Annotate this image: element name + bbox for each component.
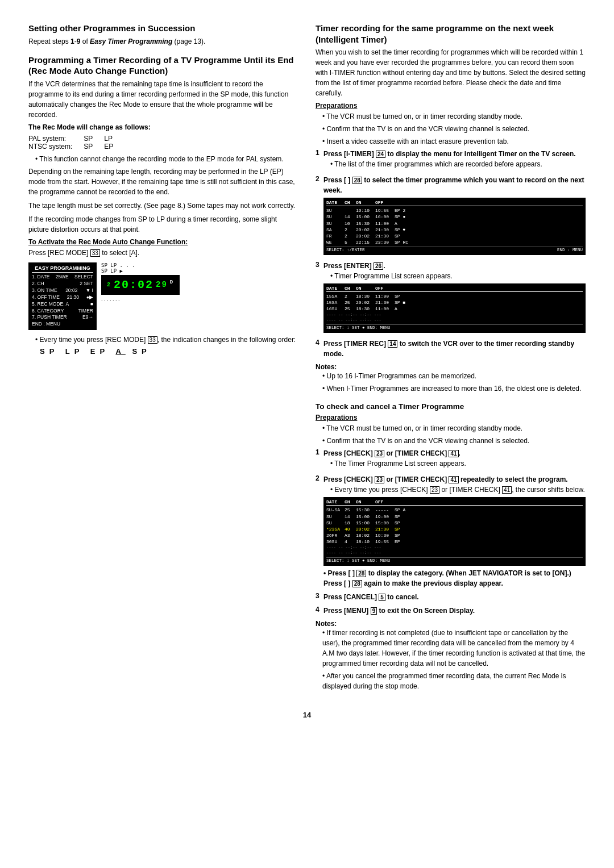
ep-row-1: 1. DATE25WESELECT (32, 274, 93, 281)
step-body-it-4: Press [TIMER REC] 14 to switch the VCR o… (323, 339, 586, 359)
heading-setting-succession: Setting other Programmes in Succession (28, 23, 298, 34)
pal-arrow: LP (104, 135, 125, 143)
step-cc-1-sub: The Timer Programme List screen appears. (330, 458, 586, 469)
tt-row-2-2: 15SA2520:0221:30SP ■ (326, 299, 583, 306)
step-it-1: 1 Press [I-TIMER] 24 to display the menu… (316, 149, 586, 172)
tt-header-2: DATECHONOFF (326, 285, 583, 292)
ntsc-col2: EP (104, 143, 125, 151)
step-it-4: 4 Press [TIMER REC] 14 to switch the VCR… (316, 339, 586, 359)
tt-row-3-5: 26FRA318:0219:30SP (326, 532, 583, 539)
notes-section-2: Notes: If timer recording is not complet… (316, 619, 586, 691)
step-body-it-1: Press [I-TIMER] 24 to display the menu f… (323, 149, 586, 172)
section-rec-mode-auto: Programming a Timer Recording of a TV Pr… (28, 55, 298, 356)
tt-empty-rows: ---- -- --:-- --:-- --- ---- -- --:-- --… (326, 312, 583, 324)
notes-label-2: Notes: (316, 620, 337, 628)
body-rec-mode-auto-1: If the VCR determines that the remaining… (28, 79, 298, 120)
step-it-1-sub: The list of the timer programmes which a… (330, 159, 586, 169)
ep-row-3: 3. ON TIME20:02▼ I (32, 287, 93, 294)
step-cc-1: 1 Press [CHECK] 23 or [TIMER CHECK] 41. … (316, 448, 586, 471)
vcr-display-container: SP LP . . .SP LP ▶ 2 20:02 29 D . . . . … (101, 262, 180, 302)
step-cc-2-bullet-cat: • Press [ ] 28 to display the category. … (323, 568, 586, 589)
prep-1-2: Confirm that the TV is on and the VCR vi… (322, 124, 586, 134)
sub-heading-rec-mode-change: The Rec Mode will change as follows: (28, 123, 298, 131)
step-body-cc-3: Press [CANCEL] 5 to cancel. (323, 592, 586, 602)
step-it-2: 2 Press [ ] 28 to select the timer progr… (316, 175, 586, 257)
preparations-heading-2: Preparations (316, 414, 586, 422)
step-body-cc-4: Press [MENU] 9 to exit the On Screen Dis… (323, 606, 586, 616)
notes-section-1: Notes: Up to 16 I-Timer Programmes can b… (316, 362, 586, 394)
left-column: Setting other Programmes in Succession R… (28, 23, 298, 699)
vcr-seconds: 29 (156, 280, 168, 289)
body-rec-mode-4: If the recording mode changes from SP to… (28, 214, 298, 235)
ep-row-4: 4. OFF TIME21:30●▶ (32, 294, 93, 301)
tt-row-2-3: 16SU2518:3011:00A (326, 306, 583, 312)
ep-row-2: 2. CH2 SET (32, 281, 93, 287)
step-cc-3: 3 Press [CANCEL] 5 to cancel. (316, 592, 586, 602)
tt-row-1-2: SU1415:0016:00SP ● (326, 214, 583, 220)
tt-row-3-6: 30SU418:1019:55EP (326, 539, 583, 545)
step-cc-2: 2 Press [CHECK] 23 or [TIMER CHECK] 41 r… (316, 474, 586, 588)
ep-title: EASY PROGRAMMING (32, 265, 93, 273)
vcr-dots: . . . . . . . (101, 296, 180, 302)
heading-rec-mode-auto: Programming a Timer Recording of a TV Pr… (28, 55, 298, 77)
tt-row-2-1: 15SA218:3011:00SP (326, 293, 583, 299)
step-it-3-sub: Timer Programme List screen appears. (330, 271, 586, 281)
easy-prog-box: EASY PROGRAMMING 1. DATE25WESELECT 2. CH… (28, 262, 97, 331)
right-column: Timer recording for the same programme o… (316, 23, 586, 699)
body-activate: Press [REC MODE] 33 to select [A]. (28, 248, 298, 258)
prep-1-3: Insert a video cassette with an intact e… (322, 136, 586, 147)
tt-row-1-5: FR220:0221:30SP (326, 233, 583, 239)
notes-label-1: Notes: (316, 363, 337, 371)
sp-lp-ep-sequence: SP LP EP A SP (40, 347, 298, 356)
tt-footer-2: SELECT: ↕ SET ● END: MENU (326, 324, 583, 331)
ntsc-label: NTSC system: (28, 143, 84, 151)
easy-prog-display: EASY PROGRAMMING 1. DATE25WESELECT 2. CH… (28, 262, 298, 331)
step-it-3: 3 Press [ENTER] 26. Timer Programme List… (316, 261, 586, 335)
step-cc-2-sub1: Every time you press [CHECK] 23 or [TIME… (330, 485, 586, 495)
bullet-pal-ep: This function cannot change the recordin… (35, 154, 298, 164)
timer-table-2: DATECHONOFF 15SA218:3011:00SP 15SA2520:0… (323, 283, 586, 333)
step-body-cc-1: Press [CHECK] 23 or [TIMER CHECK] 41. Th… (323, 448, 586, 471)
tt-footer-3: SELECT: ↕ SET ● END: MENU (326, 557, 583, 564)
step-num-it-1: 1 (316, 149, 321, 172)
tt-row-1-6: WE522:1523:30SP RC (326, 239, 583, 245)
section-setting-succession: Setting other Programmes in Succession R… (28, 23, 298, 47)
bullet-rec-mode-order: Every time you press [REC MODE] 33, the … (35, 335, 298, 345)
section-check-cancel: To check and cancel a Timer Programme Pr… (316, 402, 586, 691)
step-num-it-2: 2 (316, 175, 321, 257)
tt-row-3-4: *23SA4020:0221:30SP (326, 526, 583, 532)
mode-change-table: PAL system: SP LP NTSC system: SP EP (28, 135, 298, 151)
tt-footer-1: SELECT: ↑/ENTEREND : MENU (326, 247, 583, 253)
timer-table-3: DATECHONOFF SU-SA2515:30-----SP A SU1415… (323, 497, 586, 565)
vcr-small-top: SP LP . . .SP LP ▶ (101, 262, 180, 274)
heading-intelligent-timer: Timer recording for the same programme o… (316, 23, 586, 45)
vcr-indicator: 2 (107, 282, 111, 288)
vcr-display: 2 20:02 29 D (101, 275, 180, 295)
tt-row-1-4: SA220:0221:30SP ♥ (326, 227, 583, 233)
section-intelligent-timer: Timer recording for the same programme o… (316, 23, 586, 394)
tt-row-3-3: SU1815:0015:00SP (326, 520, 583, 526)
step-num-cc-4: 4 (316, 606, 321, 616)
timer-table-1: DATECHONOFF SU19:1019:55EP 2 SU1415:0016… (323, 198, 586, 255)
body-rec-mode-3: The tape length must be set correctly. (… (28, 201, 298, 211)
step-cc-4: 4 Press [MENU] 9 to exit the On Screen D… (316, 606, 586, 616)
tt-row-1-3: SU1015:3011:00A (326, 220, 583, 227)
note-1-2: When I-Timer Programmes are increased to… (322, 383, 586, 394)
note-2-1: If timer recording is not completed (due… (322, 628, 586, 669)
ntsc-col1: SP (84, 143, 104, 151)
step-body-cc-2: Press [CHECK] 23 or [TIMER CHECK] 41 rep… (323, 474, 586, 588)
step-num-it-4: 4 (316, 339, 321, 359)
preparations-heading-1: Preparations (316, 102, 586, 110)
tt-empty-rows-2: ---- -- --:-- --:-- --- ---- -- --:-- --… (326, 545, 583, 557)
tt-header-1: DATECHONOFF (326, 199, 583, 206)
step-num-cc-1: 1 (316, 448, 321, 471)
body-intelligent-timer: When you wish to set the timer recording… (316, 47, 586, 98)
page-number: 14 (28, 711, 586, 719)
prep-1-1: The VCR must be turned on, or in timer r… (322, 111, 586, 122)
ep-row-7: 7. PUSH TIMERE9→ (32, 314, 93, 321)
vcr-time: 20:02 (114, 278, 154, 291)
tt-row-3-1: SU-SA2515:30-----SP A (326, 507, 583, 513)
vcr-d: D (170, 279, 174, 285)
note-1-1: Up to 16 I-Timer Programmes can be memor… (322, 371, 586, 381)
ep-row-6: 6. CATEGORYTIMER (32, 308, 93, 315)
